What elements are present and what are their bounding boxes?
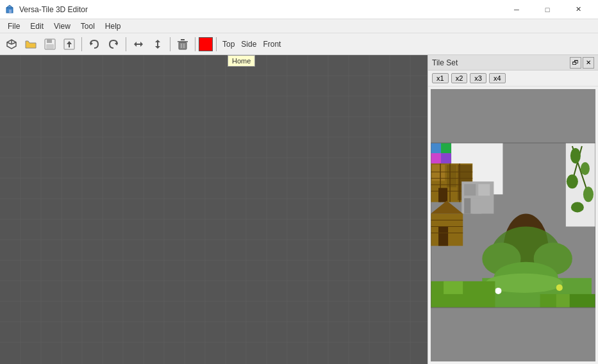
svg-rect-77 <box>464 198 470 213</box>
save-icon <box>44 38 56 51</box>
menu-view[interactable]: View <box>49 19 76 33</box>
menu-tool[interactable]: Tool <box>76 19 100 33</box>
tile-panel-controls: 🗗 ✕ <box>570 57 594 69</box>
new-cube-button[interactable] <box>3 36 21 53</box>
open-button[interactable] <box>22 36 40 53</box>
zoom-x3-button[interactable]: x3 <box>470 73 486 83</box>
title-bar: Versa-Tile 3D Editor ─ □ ✕ <box>0 0 598 19</box>
svg-rect-60 <box>441 153 451 163</box>
svg-rect-59 <box>431 153 441 163</box>
tile-panel-header: Tile Set 🗗 ✕ <box>428 55 598 70</box>
svg-line-6 <box>12 42 16 44</box>
svg-rect-100 <box>556 294 570 308</box>
app-icon <box>5 4 15 15</box>
tile-panel-close-button[interactable]: ✕ <box>583 57 594 69</box>
svg-point-97 <box>583 186 594 202</box>
svg-marker-13 <box>115 42 117 46</box>
svg-line-5 <box>7 42 12 44</box>
export-icon <box>63 38 76 51</box>
svg-rect-78 <box>472 198 481 213</box>
svg-rect-76 <box>478 184 490 195</box>
tile-image-area[interactable] <box>428 87 598 364</box>
tile-panel: Tile Set 🗗 ✕ x1 x2 x3 x4 <box>428 55 598 364</box>
save-button[interactable] <box>41 36 59 53</box>
title-bar-left: Versa-Tile 3D Editor <box>5 4 88 15</box>
svg-rect-64 <box>447 165 456 187</box>
title-bar-controls: ─ □ ✕ <box>502 0 593 19</box>
zoom-bar: x1 x2 x3 x4 <box>428 70 598 87</box>
svg-rect-58 <box>441 143 451 153</box>
svg-rect-8 <box>47 39 52 43</box>
tile-image[interactable] <box>431 89 595 361</box>
svg-rect-73 <box>438 188 447 202</box>
svg-rect-16 <box>179 42 187 49</box>
tile-set-svg <box>431 89 595 361</box>
tile-panel-title: Tile Set <box>432 58 458 67</box>
svg-point-94 <box>570 148 581 163</box>
main-content: Tile Set 🗗 ✕ x1 x2 x3 x4 <box>0 55 598 364</box>
svg-rect-9 <box>46 44 54 49</box>
svg-marker-12 <box>90 42 93 46</box>
svg-point-89 <box>495 288 501 294</box>
export-button[interactable] <box>60 36 78 53</box>
grid-canvas <box>0 55 428 364</box>
svg-point-95 <box>581 162 590 175</box>
close-button[interactable]: ✕ <box>563 0 593 19</box>
svg-point-98 <box>571 202 584 212</box>
svg-rect-101 <box>570 294 595 308</box>
view-front-label[interactable]: Front <box>260 40 283 49</box>
svg-rect-57 <box>431 143 441 153</box>
delete-button[interactable] <box>174 36 192 53</box>
canvas-area[interactable] <box>0 55 428 364</box>
zoom-x2-button[interactable]: x2 <box>451 73 468 83</box>
menu-bar: File Edit View Tool Help <box>0 19 598 33</box>
undo-button[interactable] <box>85 36 103 53</box>
move-v-icon <box>151 38 164 51</box>
folder-icon <box>24 38 37 51</box>
svg-point-96 <box>567 174 578 188</box>
svg-rect-109 <box>444 281 463 294</box>
move-v-button[interactable] <box>149 36 167 53</box>
delete-icon <box>176 38 189 51</box>
view-top-label[interactable]: Top <box>220 40 237 49</box>
undo-icon <box>88 38 101 51</box>
svg-rect-104 <box>438 227 448 246</box>
svg-marker-15 <box>155 40 160 49</box>
menu-file[interactable]: File <box>3 19 25 33</box>
separator-3 <box>170 37 170 51</box>
separator-1 <box>81 37 82 51</box>
menu-edit[interactable]: Edit <box>25 19 49 33</box>
svg-rect-21 <box>0 55 428 364</box>
toolbar: Top Side Front Home <box>0 33 598 55</box>
separator-2 <box>126 37 126 51</box>
svg-rect-2 <box>9 10 12 13</box>
svg-rect-75 <box>464 184 476 195</box>
cube-icon <box>5 38 18 51</box>
menu-help[interactable]: Help <box>100 19 126 33</box>
tile-panel-restore-button[interactable]: 🗗 <box>570 57 581 69</box>
maximize-button[interactable]: □ <box>533 0 562 19</box>
color-swatch[interactable] <box>199 37 213 51</box>
redo-icon <box>107 38 120 51</box>
zoom-x1-button[interactable]: x1 <box>432 73 449 83</box>
view-side-label[interactable]: Side <box>238 40 259 49</box>
svg-point-90 <box>556 285 563 291</box>
zoom-x4-button[interactable]: x4 <box>489 73 506 83</box>
title-bar-title: Versa-Tile 3D Editor <box>19 5 88 14</box>
minimize-button[interactable]: ─ <box>502 0 531 19</box>
separator-5 <box>216 37 217 51</box>
separator-4 <box>195 37 195 51</box>
redo-button[interactable] <box>104 36 122 53</box>
move-h-icon <box>132 38 145 51</box>
move-h-button[interactable] <box>129 36 147 53</box>
svg-marker-14 <box>134 42 143 47</box>
svg-marker-1 <box>6 5 13 8</box>
